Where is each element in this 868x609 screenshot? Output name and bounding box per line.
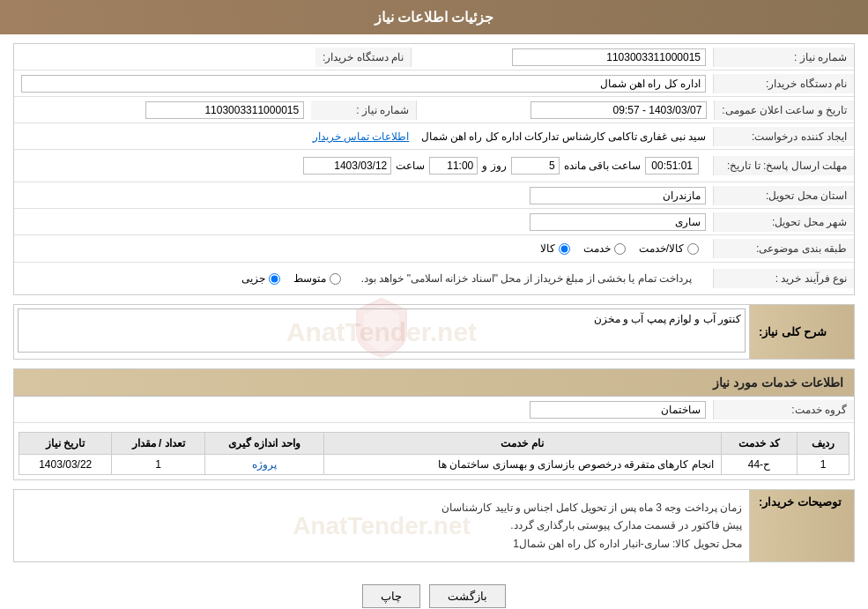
buyer-org-input[interactable] bbox=[21, 75, 706, 93]
category-value: کالا/خدمت خدمت کالا bbox=[14, 235, 713, 262]
need-number-label2: شماره نیاز : bbox=[311, 100, 417, 120]
response-deadline-value: 00:51:01 ساعت باقی مانده روز و ساعت bbox=[14, 150, 713, 182]
category-option-kala[interactable]: کالا bbox=[540, 242, 570, 255]
category-label-kala-khedmat: کالا/خدمت bbox=[639, 242, 684, 255]
cell-unit: پروژه bbox=[204, 455, 323, 475]
combined-row-1: تاریخ و ساعت اعلان عمومی: شماره نیاز : bbox=[14, 97, 854, 123]
table-row: 1 ح-44 انجام کارهای متفرقه درخصوص بازساز… bbox=[19, 455, 849, 475]
main-info-section: شماره نیاز : نام دستگاه خریدار: نام دستگ… bbox=[13, 43, 855, 295]
cell-name: انجام کارهای متفرقه درخصوص بازسازی و بهس… bbox=[323, 455, 721, 475]
col-header-unit: واحد اندازه گیری bbox=[204, 433, 323, 455]
category-radio-kala[interactable] bbox=[559, 243, 570, 255]
category-label-khedmat: خدمت bbox=[583, 242, 611, 255]
announcement-value-cell bbox=[417, 98, 714, 123]
category-row: طبقه بندی موضوعی: کالا/خدمت خدمت کالا bbox=[14, 235, 854, 263]
requester-label: ایجاد کننده درخواست: bbox=[713, 127, 854, 146]
buyer-org-label2: نام دستگاه خریدار: bbox=[713, 74, 854, 93]
buyer-description-section: توصیحات خریدار: AnatTender.net زمان پردا… bbox=[13, 489, 855, 562]
page-header: جزئیات اطلاعات نیاز bbox=[0, 0, 868, 34]
days-input[interactable] bbox=[511, 157, 560, 175]
province-input[interactable] bbox=[530, 187, 706, 204]
cell-code: ح-44 bbox=[721, 455, 798, 475]
province-row: استان محل تحویل: bbox=[14, 182, 854, 209]
button-row: بازگشت چاپ bbox=[13, 571, 855, 609]
requester-value: سید نبی غفاری تاکامی کارشناس تدارکات ادا… bbox=[14, 127, 713, 146]
days-label: روز و bbox=[482, 160, 506, 172]
services-section: اطلاعات خدمات مورد نیاز گروه خدمت: ردیف … bbox=[13, 368, 855, 480]
datetime-row: 00:51:01 ساعت باقی مانده روز و ساعت bbox=[21, 153, 706, 178]
need-number-label: شماره نیاز : bbox=[713, 48, 854, 67]
category-label-kala: کالا bbox=[540, 242, 555, 255]
buyer-org-spacer bbox=[14, 54, 315, 61]
need-number-input[interactable] bbox=[512, 48, 706, 66]
announcement-input[interactable] bbox=[530, 101, 707, 119]
response-deadline-label: مهلت ارسال پاسخ: تا تاریخ: bbox=[713, 156, 854, 175]
services-header: اطلاعات خدمات مورد نیاز bbox=[14, 369, 854, 397]
col-header-row: ردیف bbox=[798, 433, 849, 455]
requester-text: سید نبی غفاری تاکامی کارشناس تدارکات ادا… bbox=[421, 130, 706, 143]
purchase-type-label-jozi: جزیی bbox=[241, 272, 265, 285]
print-button[interactable]: چاپ bbox=[362, 584, 420, 608]
announcement-label: تاریخ و ساعت اعلان عمومی: bbox=[714, 100, 854, 120]
countdown-label: ساعت باقی مانده bbox=[564, 160, 642, 172]
category-label: طبقه بندی موضوعی: bbox=[713, 239, 854, 258]
city-value bbox=[14, 210, 713, 234]
need-description-textarea[interactable]: كنتور آب و لوازم پمپ آب و مخزن bbox=[18, 308, 746, 353]
buyer-desc-line3: محل تحویل کالا: ساری-انبار اداره کل راه … bbox=[21, 535, 742, 553]
category-option-khedmat[interactable]: خدمت bbox=[583, 242, 626, 255]
purchase-type-radio-jozi[interactable] bbox=[269, 273, 280, 285]
cell-qty: 1 bbox=[112, 455, 204, 475]
category-option-kala-khedmat[interactable]: کالا/خدمت bbox=[639, 242, 699, 255]
countdown-display: 00:51:01 bbox=[645, 157, 699, 175]
contact-link[interactable]: اطلاعات تماس خریدار bbox=[313, 130, 410, 143]
col-header-name: نام خدمت bbox=[323, 433, 721, 455]
cell-row: 1 bbox=[798, 455, 849, 475]
need-number-input2[interactable] bbox=[145, 101, 304, 119]
col-header-qty: تعداد / مقدار bbox=[112, 433, 204, 455]
need-number-value bbox=[412, 45, 713, 70]
service-group-value bbox=[14, 397, 713, 422]
payment-note: پرداخت تمام یا بخشی از مبلغ خریداز از مح… bbox=[354, 270, 699, 287]
need-description-section: شرح کلی نیاز: AnatTender.net كنتور آب و … bbox=[13, 304, 855, 360]
buyer-description-text: زمان پرداخت وجه 3 ماه پس از تحویل کامل ا… bbox=[21, 495, 742, 556]
purchase-type-radio-group: پرداخت تمام یا بخشی از مبلغ خریداز از مح… bbox=[21, 266, 706, 291]
buyer-desc-line2: پیش فاکتور در قسمت مدارک پیوستی بارگذاری… bbox=[21, 516, 742, 534]
buyer-description-area: AnatTender.net زمان پرداخت وجه 3 ماه پس … bbox=[13, 489, 749, 562]
province-label: استان محل تحویل: bbox=[713, 186, 854, 205]
need-description-area: AnatTender.net كنتور آب و لوازم پمپ آب و… bbox=[13, 304, 749, 360]
time-input[interactable] bbox=[429, 157, 478, 175]
need-number-value2 bbox=[14, 98, 311, 123]
province-value bbox=[14, 183, 713, 208]
col-header-code: کد خدمت bbox=[721, 433, 798, 455]
purchase-type-option-motavasset[interactable]: متوسط bbox=[293, 272, 341, 285]
need-description-label: شرح کلی نیاز: bbox=[749, 304, 855, 360]
buyer-org-row: نام دستگاه خریدار: bbox=[14, 71, 854, 97]
category-radio-khedmat[interactable] bbox=[614, 243, 626, 255]
response-deadline-row: مهلت ارسال پاسخ: تا تاریخ: 00:51:01 ساعت… bbox=[14, 150, 854, 182]
cell-date: 1403/03/22 bbox=[19, 455, 112, 475]
purchase-type-label: نوع فرآیند خرید : bbox=[713, 269, 854, 288]
buyer-org-label: نام دستگاه خریدار: bbox=[315, 48, 412, 67]
time-label: ساعت bbox=[396, 160, 425, 172]
purchase-type-radio-motavasset[interactable] bbox=[330, 273, 341, 285]
need-number-row: شماره نیاز : نام دستگاه خریدار: bbox=[14, 44, 854, 71]
city-row: شهر محل تحویل: bbox=[14, 209, 854, 235]
page-wrapper: جزئیات اطلاعات نیاز شماره نیاز : نام دست… bbox=[0, 0, 868, 609]
services-table: ردیف کد خدمت نام خدمت واحد اندازه گیری ت… bbox=[19, 432, 849, 475]
col-header-date: تاریخ نیاز bbox=[19, 433, 112, 455]
service-group-input[interactable] bbox=[530, 401, 706, 419]
service-group-label: گروه خدمت: bbox=[713, 400, 854, 420]
category-radio-kala-khedmat[interactable] bbox=[687, 243, 699, 255]
purchase-type-row: نوع فرآیند خرید : پرداخت تمام یا بخشی از… bbox=[14, 263, 854, 294]
city-input[interactable] bbox=[530, 213, 706, 231]
page-title: جزئیات اطلاعات نیاز bbox=[375, 10, 494, 25]
purchase-type-value: پرداخت تمام یا بخشی از مبلغ خریداز از مح… bbox=[14, 263, 713, 294]
purchase-type-option-jozi[interactable]: جزیی bbox=[241, 272, 280, 285]
content-area: شماره نیاز : نام دستگاه خریدار: نام دستگ… bbox=[0, 34, 868, 609]
buyer-org-value bbox=[14, 71, 713, 96]
services-table-wrapper: ردیف کد خدمت نام خدمت واحد اندازه گیری ت… bbox=[14, 423, 854, 479]
date-input[interactable] bbox=[303, 157, 391, 175]
purchase-type-label-motavasset: متوسط bbox=[293, 272, 326, 285]
buyer-desc-line1: زمان پرداخت وجه 3 ماه پس از تحویل کامل ا… bbox=[21, 499, 742, 516]
back-button[interactable]: بازگشت bbox=[429, 584, 506, 608]
